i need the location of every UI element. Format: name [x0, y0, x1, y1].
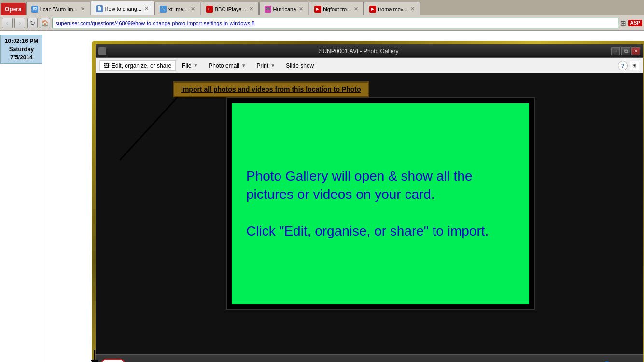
grid-icon[interactable]: ⊞ [620, 19, 626, 27]
close-button[interactable]: ✕ [631, 47, 640, 55]
main-image-area: Photo Gallery will open & show all the p… [226, 97, 535, 310]
tab-close-troma[interactable]: ✕ [410, 6, 415, 12]
edit-icon: 🖼 [104, 62, 110, 69]
left-sidebar: 10:02:16 PM Saturday 7/5/2014 [0, 31, 43, 362]
url-text: superuser.com/questions/468099/how-to-ch… [56, 20, 255, 26]
print-arrow: ▼ [270, 63, 275, 68]
reload-icon: ↻ [30, 19, 35, 27]
tab-label-hurricane: Hurricane [273, 6, 296, 12]
tab-close-xt[interactable]: ✕ [191, 6, 195, 12]
tab-favicon-can-auto: 🖼 [31, 6, 38, 13]
tab-favicon-how-to: 📄 [96, 5, 103, 12]
edit-organize-label: Edit, organize, or share [112, 62, 171, 69]
page-indicator: 1 of 4 [100, 359, 126, 362]
skip-to-end-button[interactable]: ⏭ [501, 359, 513, 362]
page-content: SUNP0001.AVI - Photo Gallery ─ ⧉ ✕ 🖼 Edi… [43, 31, 644, 362]
slideshow-menu[interactable]: Slide show [281, 60, 318, 71]
tab-favicon-troma: ▶ [369, 6, 376, 13]
back-button[interactable]: ‹ [2, 18, 13, 28]
monitor-button[interactable]: 🖥 [559, 359, 571, 362]
tab-close-bbc[interactable]: ✕ [249, 6, 253, 12]
tab-bbc[interactable]: B BBC iPlaye... ✕ [201, 2, 259, 15]
file-label: File [182, 62, 191, 69]
gallery-bottombar: 1 of 4 ⏮ ▶ ⏭ ↺ ↻ ✕ 🖥 [96, 354, 643, 362]
gallery-menubar: 🖼 Edit, organize, or share File ▼ Photo … [96, 58, 643, 73]
gallery-window-icon [98, 47, 106, 55]
tab-opera[interactable]: Opera [1, 3, 26, 15]
slideshow-label: Slide show [286, 62, 314, 69]
green-slide: Photo Gallery will open & show all the p… [232, 103, 529, 304]
gallery-title: SUNP0001.AVI - Photo Gallery [106, 48, 611, 55]
import-banner-text: Import all photos and videos from this l… [181, 85, 361, 93]
tab-label-xt: xt- me... [168, 6, 188, 12]
file-arrow: ▼ [193, 63, 198, 68]
delete-button[interactable]: ✕ [545, 359, 556, 362]
tab-close-can-auto[interactable]: ✕ [81, 6, 85, 12]
photo-email-arrow: ▼ [241, 63, 246, 68]
file-menu[interactable]: File ▼ [178, 60, 202, 71]
forward-button[interactable]: › [14, 18, 25, 28]
help-button[interactable]: ? [618, 61, 628, 70]
tab-bigfoot[interactable]: ▶ bigfoot tro... ✕ [309, 2, 364, 15]
tab-close-hurricane[interactable]: ✕ [299, 6, 303, 12]
print-label: Print [257, 62, 269, 69]
tab-troma[interactable]: ▶ troma mov... ✕ [364, 2, 420, 15]
clock-day: Saturday [5, 45, 38, 54]
gallery-window: SUNP0001.AVI - Photo Gallery ─ ⧉ ✕ 🖼 Edi… [96, 44, 643, 362]
tab-can-auto[interactable]: 🖼 I can "Auto Im... ✕ [26, 2, 90, 15]
tab-favicon-xt: 🔧 [160, 6, 167, 13]
restore-button[interactable]: ⧉ [621, 47, 630, 55]
gallery-titlebar: SUNP0001.AVI - Photo Gallery ─ ⧉ ✕ [96, 44, 643, 58]
tab-label-can-auto: I can "Auto Im... [40, 6, 78, 12]
tab-how-to-change[interactable]: 📄 How to chang... ✕ [91, 1, 154, 15]
gallery-icon-left [98, 47, 106, 55]
tab-label-how-to: How to chang... [105, 6, 141, 12]
asp-badge: ASP [628, 20, 642, 26]
down-arrow-annotation [89, 350, 103, 362]
page-indicator-area: 1 of 4 [100, 359, 126, 362]
slide-text: Photo Gallery will open & show all the p… [246, 167, 515, 240]
address-bar: ‹ › ↻ 🏠 superuser.com/questions/468099/h… [0, 15, 644, 31]
toolbar-right: ⊞ ASP [620, 19, 642, 27]
play-button[interactable]: ▶ [487, 359, 498, 362]
back-icon: ‹ [6, 20, 8, 27]
minimize-button[interactable]: ─ [611, 47, 620, 55]
tab-label-troma: troma mov... [378, 6, 407, 12]
gallery-content: Import all photos and videos from this l… [96, 73, 643, 354]
reload-button[interactable]: ↻ [27, 18, 38, 28]
print-menu[interactable]: Print ▼ [252, 60, 280, 71]
clock-widget: 10:02:16 PM Saturday 7/5/2014 [0, 35, 42, 64]
tab-favicon-bigfoot: ▶ [314, 6, 321, 13]
skip-to-start-button[interactable]: ⏮ [472, 359, 484, 362]
tab-favicon-hurricane: 🎮 [265, 6, 271, 13]
forward-icon: › [19, 20, 21, 27]
edit-organize-menu[interactable]: 🖼 Edit, organize, or share [99, 60, 176, 71]
playback-controls: ⏮ ▶ ⏭ ↺ ↻ ✕ 🖥 ⤢ − + [472, 359, 638, 362]
expand-button[interactable]: ⊞ [630, 61, 639, 70]
url-bar[interactable]: superuser.com/questions/468099/how-to-ch… [52, 18, 618, 28]
rotate-right-button[interactable]: ↻ [530, 359, 542, 362]
tab-label-bigfoot: bigfoot tro... [323, 6, 351, 12]
titlebar-buttons: ─ ⧉ ✕ [611, 47, 640, 55]
clock-date: 7/5/2014 [5, 54, 38, 62]
import-banner[interactable]: Import all photos and videos from this l… [173, 81, 369, 97]
home-button[interactable]: 🏠 [40, 18, 50, 28]
gallery-window-frame: SUNP0001.AVI - Photo Gallery ─ ⧉ ✕ 🖼 Edi… [92, 41, 644, 362]
tab-close-bigfoot[interactable]: ✕ [354, 6, 358, 12]
rotate-left-button[interactable]: ↺ [516, 359, 527, 362]
resize-button[interactable]: ⤢ [574, 359, 585, 362]
home-icon: 🏠 [42, 20, 49, 27]
tab-hurricane[interactable]: 🎮 Hurricane ✕ [259, 2, 309, 15]
browser-window: Opera 🖼 I can "Auto Im... ✕ 📄 How to cha… [0, 0, 644, 362]
tab-xt-me[interactable]: 🔧 xt- me... ✕ [154, 2, 200, 15]
tab-favicon-bbc: B [206, 6, 213, 13]
tab-bar: Opera 🖼 I can "Auto Im... ✕ 📄 How to cha… [0, 0, 644, 15]
photo-email-menu[interactable]: Photo email ▼ [204, 60, 250, 71]
main-content: 10:02:16 PM Saturday 7/5/2014 SUNP0001.A… [0, 31, 644, 362]
clock-time: 10:02:16 PM [5, 37, 38, 45]
opera-label: Opera [5, 6, 22, 13]
tab-label-bbc: BBC iPlaye... [215, 6, 246, 12]
tab-close-how-to[interactable]: ✕ [144, 5, 149, 12]
photo-email-label: Photo email [209, 62, 239, 69]
